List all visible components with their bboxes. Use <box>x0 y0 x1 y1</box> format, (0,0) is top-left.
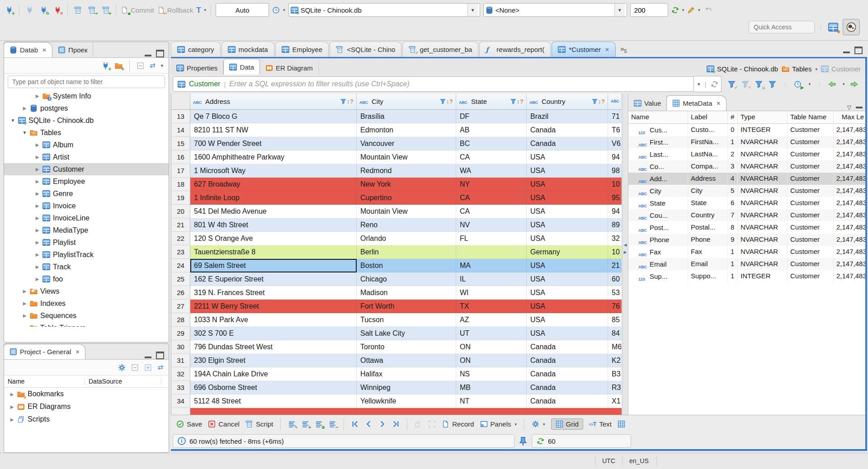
meta-cell-maxlength[interactable]: 2,147,483 <box>834 136 867 148</box>
grid-cell[interactable]: Ottawa <box>357 354 456 367</box>
row-number[interactable]: 29 <box>171 327 190 340</box>
row-number[interactable]: 34 <box>171 394 190 408</box>
row-number[interactable]: 14 <box>171 123 190 137</box>
editor-tab-getcustomerba[interactable]: ✓get_customer_ba <box>402 42 478 57</box>
grid-cell[interactable]: CA <box>456 191 527 205</box>
cancel-button[interactable]: Cancel <box>208 420 240 428</box>
fetch-previous-icon[interactable] <box>828 80 836 88</box>
open-sql-script-icon[interactable]: → <box>86 4 97 16</box>
tree-item-invoiceline[interactable]: ▶InvoiceLine <box>4 212 169 224</box>
grid-cell[interactable]: 84 <box>608 327 622 340</box>
new-sql-script-icon[interactable]: + <box>100 4 111 16</box>
flip-rows-icon[interactable] <box>415 420 422 428</box>
subtab-er-diagram[interactable]: ER Diagram <box>260 61 319 75</box>
pin-icon[interactable] <box>518 436 528 446</box>
meta-cell-type[interactable]: INTEGER <box>738 270 788 282</box>
tree-item-employee[interactable]: ▶Employee <box>4 175 169 188</box>
collapse-all-icon[interactable] <box>137 62 144 70</box>
row-number[interactable]: 31 <box>171 354 190 367</box>
column-header-address[interactable]: ABCAddress↕? <box>190 94 357 110</box>
meta-cell-type[interactable]: NVARCHAR <box>738 197 788 209</box>
meta-row[interactable]: ABCFaxFax1NVARCHARCustomer2,147,483 <box>628 246 867 258</box>
grid-cell[interactable] <box>190 408 357 415</box>
grid-cell[interactable]: 94 <box>608 205 622 218</box>
grid-cell[interactable]: Salt Lake City <box>357 327 456 340</box>
chevron-down-icon[interactable]: ▾ <box>808 82 811 86</box>
link-with-editor-icon[interactable]: ⇄ <box>150 61 156 70</box>
grid-row[interactable]: 25162 E Superior StreetChicagoILUSA60 <box>171 272 623 286</box>
tab-project-general[interactable]: Project - General ✕ <box>4 344 85 359</box>
meta-cell-table[interactable]: Customer <box>788 197 834 209</box>
meta-cell-name[interactable]: ABCCity <box>628 185 688 197</box>
breadcrumb-item-tables[interactable]: Tables▾ <box>782 65 817 73</box>
last-row-icon[interactable] <box>392 420 400 428</box>
refresh-icon[interactable] <box>711 80 718 88</box>
grid-cell[interactable]: TX <box>456 300 527 313</box>
sort-icon[interactable]: ↕ <box>517 98 519 105</box>
grid-cell[interactable]: 162 E Superior Street <box>190 272 357 286</box>
grid-cell[interactable]: Edmonton <box>357 123 456 137</box>
tree-item-playlisttrack[interactable]: ▶PlaylistTrack <box>4 249 169 261</box>
tab-value[interactable]: Value <box>628 96 667 111</box>
meta-cell-table[interactable]: Customer <box>788 221 834 234</box>
collapsed-arrow-icon[interactable]: ▶ <box>22 289 27 294</box>
grid-cell[interactable]: Vancouver <box>357 137 456 150</box>
grid-row[interactable]: 345112 48 StreetYellowknifeNTCanadaX1 <box>171 394 623 408</box>
meta-cell-maxlength[interactable]: 2,147,483 <box>834 185 867 197</box>
meta-cell-maxlength[interactable]: 2,147,483 <box>834 258 867 270</box>
grid-row[interactable]: 281033 N Park AveTucsonAZUSA85 <box>171 313 623 327</box>
grid-cell[interactable]: Yellowknife <box>357 394 456 408</box>
editor-tab-category[interactable]: category <box>171 42 221 57</box>
meta-cell-name[interactable]: ABCAdd... <box>628 173 688 185</box>
row-number[interactable]: 17 <box>171 164 190 178</box>
breadcrumb-item-customer[interactable]: Customer <box>821 65 861 73</box>
panels-button[interactable]: Panels ▾ <box>480 420 517 428</box>
grid-cell[interactable]: USA <box>527 327 608 340</box>
grid-cell[interactable]: USA <box>527 150 608 164</box>
row-number[interactable]: 18 <box>171 178 190 191</box>
meta-column-header-label[interactable]: Label <box>688 111 728 123</box>
collapse-left-icon[interactable]: ◀ <box>624 243 627 247</box>
tree-item-playlist[interactable]: ▶Playlist <box>4 236 169 249</box>
collapsed-arrow-icon[interactable]: ▶ <box>22 325 27 327</box>
tree-item-track[interactable]: ▶Track <box>4 261 169 273</box>
dbeaver-perspective-button[interactable] <box>843 19 860 35</box>
grid-cell[interactable]: ON <box>456 340 527 354</box>
meta-cell-label[interactable]: State <box>688 197 728 209</box>
meta-cell-label[interactable]: Email <box>688 258 728 270</box>
close-icon[interactable]: ✕ <box>75 349 80 355</box>
row-number[interactable]: 23 <box>171 245 190 259</box>
row-number[interactable]: 30 <box>171 340 190 354</box>
chevron-down-icon[interactable]: ▾ <box>843 82 845 86</box>
meta-cell-name[interactable]: ABCState <box>628 197 688 209</box>
meta-cell-ordinal[interactable]: 2 <box>728 148 738 160</box>
breadcrumb-item-sqlitechinookdb[interactable]: ✓SQLite - Chinook.db <box>707 65 778 73</box>
meta-cell-maxlength[interactable]: 2,147,483 <box>834 197 867 209</box>
meta-cell-maxlength[interactable]: 2,147,483 <box>834 124 867 136</box>
grid-row[interactable]: 171 Microsoft WayRedmondWAUSA98 <box>171 164 623 178</box>
grid-cell[interactable]: CA <box>456 205 527 218</box>
meta-cell-type[interactable]: NVARCHAR <box>738 185 788 197</box>
grid-cell[interactable]: 89 <box>608 218 622 232</box>
undo-button[interactable] <box>703 4 714 16</box>
grid-row[interactable]: 26319 N. Frances StreetMadisonWIUSA53 <box>171 286 623 300</box>
grid-cell[interactable]: USA <box>527 232 608 245</box>
row-number[interactable] <box>171 408 190 415</box>
dropdown-arrow-icon[interactable]: ▼ <box>467 4 478 16</box>
meta-cell-name[interactable]: ABCFax <box>628 246 688 258</box>
collapsed-arrow-icon[interactable]: ▶ <box>35 277 40 281</box>
grid-cell[interactable]: USA <box>527 178 608 191</box>
meta-row[interactable]: ABCCo...Compa...3NVARCHARCustomer2,147,4… <box>628 160 867 173</box>
row-number[interactable]: 25 <box>171 272 190 286</box>
meta-cell-label[interactable]: City <box>688 185 728 197</box>
tree-item-sqlite---chinook-db[interactable]: ▼✓SQLite - Chinook.db <box>4 114 169 127</box>
collapse-right-icon[interactable]: ▶ <box>624 250 627 254</box>
minimize-icon[interactable] <box>856 107 863 108</box>
grid-cell[interactable]: Qe 7 Bloco G <box>190 110 357 123</box>
collapsed-arrow-icon[interactable]: ▶ <box>35 94 40 98</box>
grid-cell[interactable]: Canada <box>527 367 608 381</box>
meta-cell-maxlength[interactable]: 2,147,483 <box>834 209 867 221</box>
meta-cell-ordinal[interactable]: 1 <box>728 246 738 258</box>
meta-cell-type[interactable]: NVARCHAR <box>738 234 788 246</box>
meta-column-header-tablename[interactable]: Table Name <box>788 111 834 123</box>
